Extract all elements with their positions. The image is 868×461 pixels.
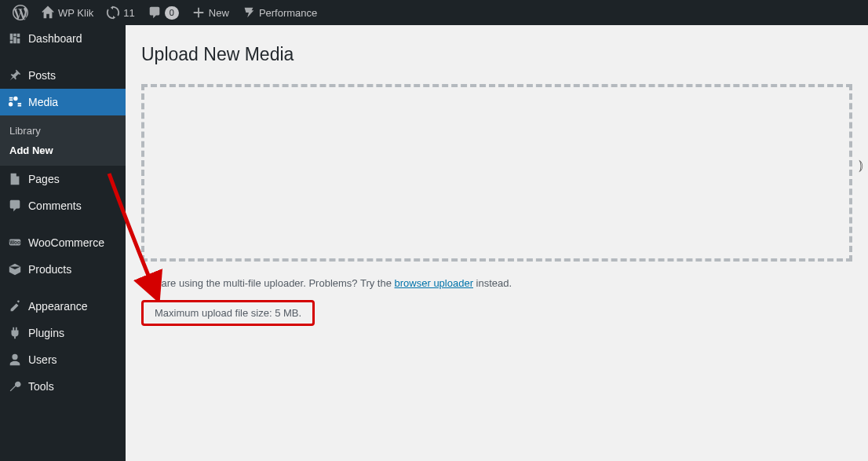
submenu-library[interactable]: Library: [0, 121, 126, 141]
menu-media-label: Media: [28, 96, 58, 108]
menu-products[interactable]: Products: [0, 256, 126, 283]
menu-comments-label: Comments: [28, 199, 82, 212]
update-icon: [106, 5, 120, 20]
new-label: New: [209, 7, 229, 19]
svg-text:Woo: Woo: [9, 240, 20, 245]
site-name-link[interactable]: WP Klik: [35, 0, 100, 25]
comment-icon: [8, 199, 22, 213]
menu-posts[interactable]: Posts: [0, 62, 126, 89]
menu-dashboard-label: Dashboard: [28, 32, 82, 45]
pin-icon: [8, 68, 22, 82]
menu-posts-label: Posts: [28, 69, 56, 82]
browser-uploader-link[interactable]: browser uploader: [395, 277, 473, 289]
updates-count: 11: [123, 7, 134, 19]
menu-separator: [0, 219, 126, 229]
wordpress-icon: [13, 5, 28, 20]
media-icon: [8, 95, 22, 109]
tools-icon: [8, 379, 22, 393]
comment-icon: [148, 5, 162, 20]
plus-icon: [191, 5, 206, 20]
menu-appearance[interactable]: Appearance: [0, 293, 126, 320]
max-upload-size-text: Maximum upload file size: 5 MB.: [155, 307, 301, 319]
menu-plugins[interactable]: Plugins: [0, 320, 126, 346]
product-icon: [8, 262, 22, 276]
uploader-hint: You are using the multi-file uploader. P…: [141, 277, 852, 289]
hint-prefix: You are using the multi-file uploader. P…: [141, 277, 395, 289]
menu-pages-label: Pages: [28, 173, 60, 185]
menu-comments[interactable]: Comments: [0, 192, 126, 219]
dashboard-icon: [8, 31, 22, 46]
menu-dashboard[interactable]: Dashboard: [0, 25, 126, 52]
menu-plugins-label: Plugins: [28, 327, 64, 339]
menu-woocommerce-label: WooCommerce: [28, 236, 104, 249]
menu-products-label: Products: [28, 263, 71, 276]
menu-separator: [0, 52, 126, 62]
performance-label: Performance: [259, 7, 317, 19]
menu-users-label: Users: [28, 353, 57, 366]
menu-woocommerce[interactable]: Woo WooCommerce: [0, 229, 126, 256]
right-edge-marker: ⦆: [859, 157, 866, 176]
comments-link[interactable]: 0: [141, 0, 185, 25]
performance-link[interactable]: Performance: [235, 0, 323, 25]
menu-pages[interactable]: Pages: [0, 166, 126, 192]
admin-sidebar: Dashboard Posts Media Library Add New Pa…: [0, 25, 126, 461]
appearance-icon: [8, 299, 22, 313]
wp-logo-menu[interactable]: [6, 0, 35, 25]
users-icon: [8, 353, 22, 367]
menu-tools[interactable]: Tools: [0, 373, 126, 400]
menu-media-submenu: Library Add New: [0, 115, 126, 166]
admin-bar: WP Klik 11 0 New Performance: [0, 0, 868, 25]
site-name-label: WP Klik: [58, 7, 93, 19]
home-icon: [41, 5, 55, 20]
page-icon: [8, 172, 22, 186]
menu-media[interactable]: Media: [0, 89, 126, 115]
plugin-icon: [8, 326, 22, 340]
page-title: Upload New Media: [141, 36, 852, 70]
menu-appearance-label: Appearance: [28, 300, 88, 313]
comments-count: 0: [165, 6, 179, 20]
menu-separator: [0, 283, 126, 293]
menu-tools-label: Tools: [28, 380, 54, 393]
updates-link[interactable]: 11: [100, 0, 140, 25]
performance-icon: [242, 5, 256, 20]
submenu-addnew[interactable]: Add New: [0, 141, 126, 160]
woocommerce-icon: Woo: [8, 236, 22, 250]
upload-dropzone[interactable]: [141, 84, 852, 262]
new-content-link[interactable]: New: [185, 0, 235, 25]
max-upload-size-highlight: Maximum upload file size: 5 MB.: [141, 300, 315, 326]
hint-suffix: instead.: [473, 277, 512, 289]
menu-users[interactable]: Users: [0, 346, 126, 373]
main-content: Upload New Media You are using the multi…: [126, 25, 868, 461]
